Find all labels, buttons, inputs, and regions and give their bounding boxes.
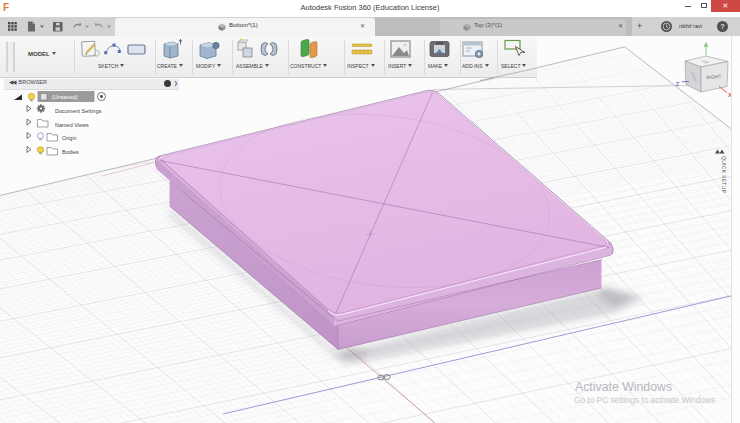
svg-text:Z: Z xyxy=(676,81,680,87)
